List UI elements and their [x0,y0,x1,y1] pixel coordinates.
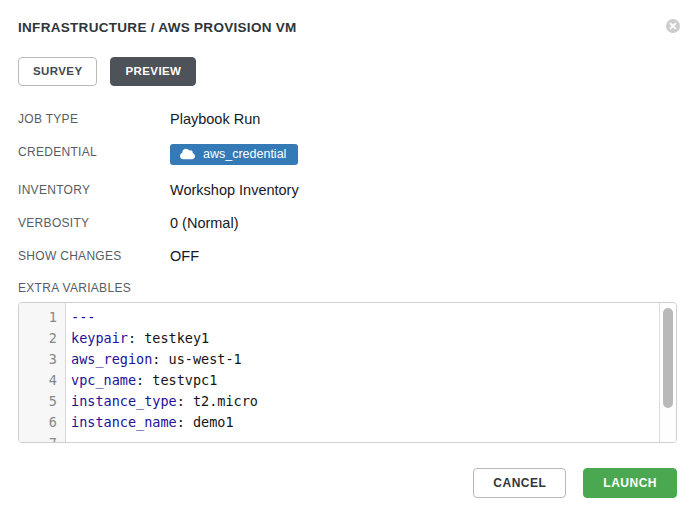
code-text: aws_region: us-west-1 [66,349,242,370]
detail-row-show-changes: SHOW CHANGES OFF [18,248,677,264]
tab-survey[interactable]: SURVEY [18,57,97,86]
modal-header: INFRASTRUCTURE / AWS PROVISION VM [18,18,677,35]
detail-value: OFF [170,248,199,264]
detail-label: CREDENTIAL [18,144,170,159]
detail-row-verbosity: VERBOSITY 0 (Normal) [18,215,677,231]
cloud-icon [180,148,195,160]
credential-badge[interactable]: aws_credential [170,144,298,165]
code-text: --- [66,307,95,328]
line-number: 3 [19,349,66,370]
code-line: 4 vpc_name: testvpc1 [19,370,676,391]
detail-value: Workshop Inventory [170,182,299,198]
code-text: instance_name: demo1 [66,412,234,433]
detail-label: INVENTORY [18,182,170,197]
cancel-button[interactable]: CANCEL [473,468,566,498]
code-text: instance_type: t2.micro [66,391,258,412]
code-line: 2 keypair: testkey1 [19,328,676,349]
code-line: 5 instance_type: t2.micro [19,391,676,412]
detail-row-job-type: JOB TYPE Playbook Run [18,111,677,127]
detail-label: JOB TYPE [18,111,170,126]
editor-code-area: 1 --- 2 keypair: testkey1 3 aws_region: … [19,303,676,443]
close-icon [666,21,680,36]
code-line: 7 [19,433,676,443]
line-number: 6 [19,412,66,433]
detail-value: 0 (Normal) [170,215,238,231]
code-text [66,433,71,443]
line-number: 4 [19,370,66,391]
extra-variables-label: EXTRA VARIABLES [18,281,677,295]
job-launch-preview-modal: INFRASTRUCTURE / AWS PROVISION VM SURVEY… [0,0,695,514]
tab-preview[interactable]: PREVIEW [110,57,196,86]
extra-variables-editor[interactable]: 1 --- 2 keypair: testkey1 3 aws_region: … [18,302,677,443]
modal-footer: CANCEL LAUNCH [18,468,677,498]
detail-row-inventory: INVENTORY Workshop Inventory [18,182,677,198]
editor-scrollbar-track[interactable] [659,303,676,442]
code-text: keypair: testkey1 [66,328,209,349]
detail-row-credential: CREDENTIAL aws_credential [18,144,677,165]
detail-value: Playbook Run [170,111,260,127]
code-line: 3 aws_region: us-west-1 [19,349,676,370]
page-title: INFRASTRUCTURE / AWS PROVISION VM [18,18,297,35]
code-text: vpc_name: testvpc1 [66,370,217,391]
line-number: 2 [19,328,66,349]
line-number: 1 [19,307,66,328]
launch-button[interactable]: LAUNCH [583,468,677,498]
credential-badge-label: aws_credential [203,147,286,161]
code-line: 6 instance_name: demo1 [19,412,676,433]
editor-scrollbar-thumb[interactable] [663,308,673,408]
job-details: JOB TYPE Playbook Run CREDENTIAL aws_cre… [18,111,677,264]
close-button[interactable] [666,19,680,33]
detail-label: VERBOSITY [18,215,170,230]
detail-label: SHOW CHANGES [18,248,170,263]
tab-bar: SURVEY PREVIEW [18,57,677,86]
code-line: 1 --- [19,307,676,328]
line-number: 7 [19,433,66,443]
line-number: 5 [19,391,66,412]
